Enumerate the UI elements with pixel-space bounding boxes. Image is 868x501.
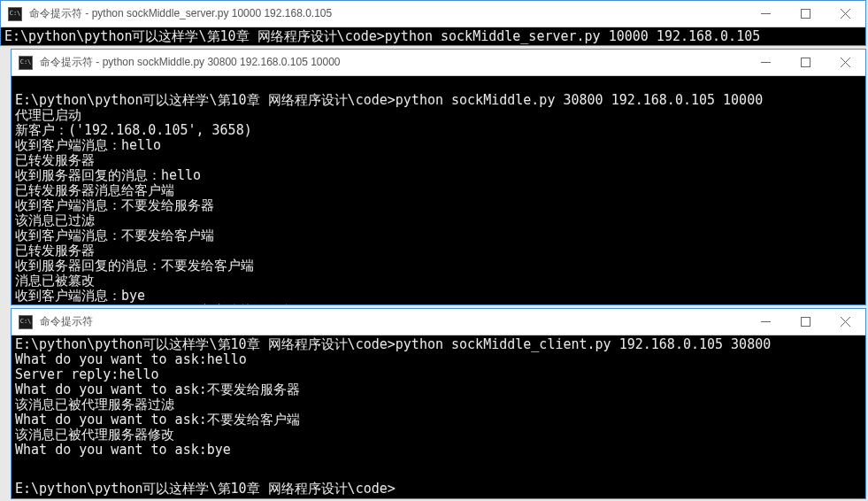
cmd-icon: C:\ xyxy=(19,315,33,329)
window-title: 命令提示符 - python sockMiddle.py 30800 192.1… xyxy=(40,55,341,70)
minimize-button[interactable] xyxy=(746,50,786,75)
titlebar[interactable]: C:\ 命令提示符 xyxy=(12,309,865,335)
titlebar-controls xyxy=(746,309,865,335)
cmd-window-client: C:\ 命令提示符 E:\python\python可以这样学\第10章 网络程… xyxy=(11,308,866,499)
titlebar-left: C:\ 命令提示符 - python sockMiddle.py 30800 1… xyxy=(19,55,341,70)
titlebar-left: C:\ 命令提示符 xyxy=(19,314,93,329)
minimize-button[interactable] xyxy=(746,1,786,27)
terminal-output[interactable]: E:\python\python可以这样学\第10章 网络程序设计\code>p… xyxy=(12,76,865,304)
cmd-window-middle: C:\ 命令提示符 - python sockMiddle.py 30800 1… xyxy=(11,49,866,305)
titlebar[interactable]: C:\ 命令提示符 - python sockMiddle_server.py … xyxy=(1,1,865,27)
titlebar-controls xyxy=(746,1,865,27)
close-button[interactable] xyxy=(826,309,865,335)
window-title: 命令提示符 xyxy=(40,314,93,329)
svg-rect-1 xyxy=(802,10,810,19)
cmd-icon: C:\ xyxy=(8,7,22,21)
svg-rect-5 xyxy=(802,58,810,67)
close-button[interactable] xyxy=(826,1,865,27)
terminal-prompt: E:\python\python可以这样学\第10章 网络程序设计\code> xyxy=(15,482,862,497)
cmd-icon: C:\ xyxy=(19,56,33,70)
cmd-window-server: C:\ 命令提示符 - python sockMiddle_server.py … xyxy=(0,0,866,46)
titlebar-left: C:\ 命令提示符 - python sockMiddle_server.py … xyxy=(8,6,332,21)
titlebar[interactable]: C:\ 命令提示符 - python sockMiddle.py 30800 1… xyxy=(12,50,865,76)
minimize-button[interactable] xyxy=(746,309,786,335)
terminal-output[interactable]: E:\python\python可以这样学\第10章 网络程序设计\code>p… xyxy=(12,335,865,498)
terminal-lines: E:\python\python可以这样学\第10章 网络程序设计\code>p… xyxy=(15,337,862,458)
close-button[interactable] xyxy=(826,50,865,75)
titlebar-controls xyxy=(746,50,865,75)
maximize-button[interactable] xyxy=(786,309,826,335)
window-title: 命令提示符 - python sockMiddle_server.py 1000… xyxy=(29,6,332,21)
maximize-button[interactable] xyxy=(786,50,826,75)
maximize-button[interactable] xyxy=(786,1,826,27)
terminal-output[interactable]: E:\python\python可以这样学\第10章 网络程序设计\code>p… xyxy=(1,27,865,45)
svg-rect-9 xyxy=(802,318,810,327)
